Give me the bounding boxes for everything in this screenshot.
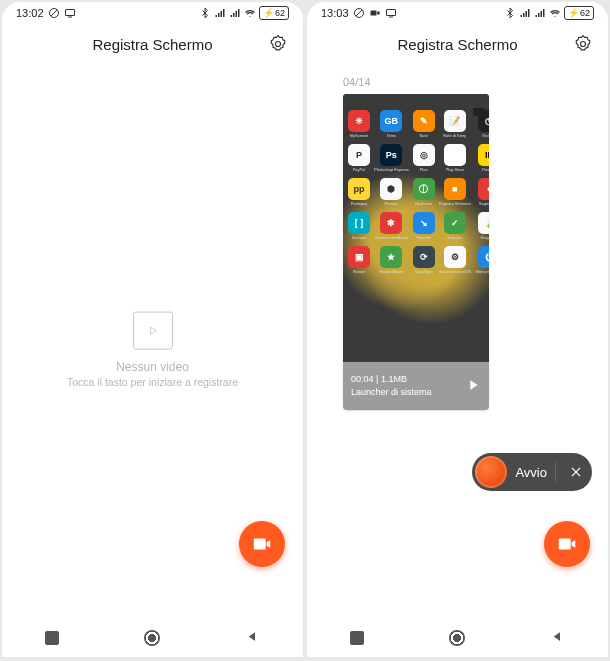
status-time: 13:02 xyxy=(16,7,44,19)
svg-line-1 xyxy=(51,10,57,16)
app-icon: ppPostepay xyxy=(348,178,370,206)
app-icon: ★Sticker Maker xyxy=(374,246,409,274)
app-icon: ●Registratore xyxy=(475,178,489,206)
nav-back[interactable] xyxy=(245,629,260,648)
signal-icon-2 xyxy=(229,7,241,19)
app-icon: ⚙Sistema micro/OS xyxy=(439,246,471,274)
record-label: Avvio xyxy=(515,465,547,480)
bluetooth-icon xyxy=(199,7,211,19)
battery-indicator: ⚡62 xyxy=(564,6,594,20)
empty-subtitle: Tocca il tasto per iniziare a registrare xyxy=(33,375,273,387)
thumbnail-info-bar: 00:04 | 1.1MB Launcher di sistema xyxy=(343,362,489,410)
nav-home[interactable] xyxy=(449,630,465,646)
app-icon: ☀MySunrise xyxy=(348,110,370,138)
close-pill-button[interactable] xyxy=(568,464,584,480)
empty-play-icon xyxy=(133,311,173,349)
video-duration: 00:04 xyxy=(351,374,374,384)
svg-rect-8 xyxy=(386,10,395,16)
page-title: Registra Schermo xyxy=(92,36,212,53)
svg-rect-7 xyxy=(370,11,376,16)
phone-left: 13:02 ⚡62 Registra Schermo Nessun video … xyxy=(2,2,303,657)
app-icon: ↘Sharette xyxy=(413,212,435,240)
svg-line-6 xyxy=(356,10,362,16)
page-title: Registra Schermo xyxy=(397,36,517,53)
thumbnail-preview: 13:02 ▮▮◧ ☀MySunriseGBTetris✎Note📝Note d… xyxy=(343,94,489,362)
record-start-button[interactable] xyxy=(475,456,507,488)
date-header: 04/14 xyxy=(307,64,608,94)
record-fab[interactable] xyxy=(239,521,285,567)
phone-right: 13:03 ⚡62 Registra Schermo 04/14 1 xyxy=(307,2,608,657)
app-icon: ▶Play Store xyxy=(439,144,471,172)
app-icon: ⓘRadioche xyxy=(413,178,435,206)
wifi-icon xyxy=(549,7,561,19)
gear-icon xyxy=(268,34,288,54)
battery-indicator: ⚡62 xyxy=(259,6,289,20)
app-icon: 📝Note di Keep xyxy=(439,110,471,138)
nav-bar xyxy=(307,619,608,657)
app-icon: PPayPal xyxy=(348,144,370,172)
svg-rect-2 xyxy=(65,10,74,16)
app-icon: ■Registra Schermo xyxy=(439,178,471,206)
close-icon xyxy=(569,465,583,479)
app-icon: ◎Plan xyxy=(413,144,435,172)
content-area: Nessun video Tocca il tasto per iniziare… xyxy=(2,64,303,619)
status-bar: 13:02 ⚡62 xyxy=(2,2,303,24)
dnd-icon xyxy=(48,7,60,19)
app-icon: ⬢Promos xyxy=(374,178,409,206)
empty-state: Nessun video Tocca il tasto per iniziare… xyxy=(33,311,273,387)
camera-icon xyxy=(251,533,273,555)
app-icon: ⏻Telecomando Mi xyxy=(475,246,489,274)
video-icon xyxy=(369,7,381,19)
app-icon: ✓Scanner xyxy=(439,212,471,240)
content-area: 04/14 13:02 ▮▮◧ ☀MySunriseGBTetris✎Note📝… xyxy=(307,64,608,619)
gear-icon xyxy=(573,34,593,54)
nav-bar xyxy=(2,619,303,657)
bluetooth-icon xyxy=(504,7,516,19)
status-bar: 13:03 ⚡62 xyxy=(307,2,608,24)
dnd-icon xyxy=(353,7,365,19)
app-icon: [ ]Scanner xyxy=(348,212,370,240)
nav-recents[interactable] xyxy=(45,631,59,645)
app-icon: GBTetris xyxy=(374,110,409,138)
settings-button[interactable] xyxy=(572,33,594,55)
signal-icon-2 xyxy=(534,7,546,19)
title-bar: Registra Schermo xyxy=(307,24,608,64)
nav-home[interactable] xyxy=(144,630,160,646)
svg-point-4 xyxy=(276,42,281,47)
wifi-icon xyxy=(244,7,256,19)
play-button[interactable] xyxy=(465,377,481,395)
video-caption: Launcher di sistema xyxy=(351,386,432,399)
empty-title: Nessun video xyxy=(33,359,273,373)
title-bar: Registra Schermo xyxy=(2,24,303,64)
recording-thumbnail[interactable]: 13:02 ▮▮◧ ☀MySunriseGBTetris✎Note📝Note d… xyxy=(343,94,489,410)
signal-icon xyxy=(519,7,531,19)
app-icon: ✎Note xyxy=(413,110,435,138)
status-time: 13:03 xyxy=(321,7,349,19)
app-icon: IDPosteID xyxy=(475,144,489,172)
settings-button[interactable] xyxy=(267,33,289,55)
record-fab[interactable] xyxy=(544,521,590,567)
app-icon: ✱Servizi e feedback xyxy=(374,212,409,240)
menu-icon xyxy=(473,108,485,116)
app-icon: 🍃Snapseed xyxy=(475,212,489,240)
signal-icon xyxy=(214,7,226,19)
nav-recents[interactable] xyxy=(350,631,364,645)
video-size: 1.1MB xyxy=(381,374,407,384)
app-icon: ⟳TargoSync xyxy=(413,246,435,274)
play-icon xyxy=(465,377,481,393)
cast-icon xyxy=(64,7,76,19)
svg-point-10 xyxy=(581,42,586,47)
divider xyxy=(555,462,556,482)
nav-back[interactable] xyxy=(550,629,565,648)
app-icon: PsPhotoshop Express xyxy=(374,144,409,172)
app-icon: ▣Station xyxy=(348,246,370,274)
record-control-pill: Avvio xyxy=(472,453,592,491)
cast-icon xyxy=(385,7,397,19)
camera-icon xyxy=(556,533,578,555)
